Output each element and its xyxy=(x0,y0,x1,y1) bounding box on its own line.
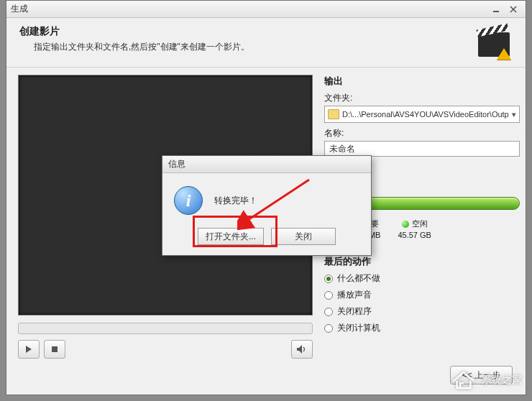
backdrop-bottom xyxy=(0,395,532,401)
play-icon xyxy=(25,346,32,353)
radio-sound-label: 播放声音 xyxy=(337,289,372,301)
svg-marker-5 xyxy=(297,345,302,354)
folder-icon xyxy=(328,109,339,119)
free-label: 空闲 xyxy=(412,218,428,229)
close-msg-button[interactable]: 关闭 xyxy=(271,228,336,245)
stop-icon xyxy=(51,346,58,353)
titlebar[interactable]: 生成 xyxy=(6,1,526,18)
seek-slider[interactable] xyxy=(18,323,313,334)
folder-path-text: D:\...\Personal\AVS4YOU\AVSVideoEditor\O… xyxy=(342,110,509,119)
minimize-button[interactable] xyxy=(488,4,504,15)
radio-shutdown[interactable]: 关闭计算机 xyxy=(324,322,520,334)
post-action-section: 最后的动作 什么都不做 播放声音 关闭程序 关闭计算机 xyxy=(324,255,520,334)
output-name-input[interactable] xyxy=(324,141,520,157)
volume-button[interactable] xyxy=(291,340,313,359)
output-section-title: 输出 xyxy=(324,75,520,88)
info-dialog: 信息 i 转换完毕！ 打开文件夹... 关闭 xyxy=(162,155,372,256)
radio-icon xyxy=(324,324,333,333)
info-message-text: 转换完毕！ xyxy=(214,195,257,207)
name-label: 名称: xyxy=(324,127,520,139)
watermark-house-icon xyxy=(451,369,476,391)
close-icon xyxy=(510,6,517,13)
chevron-down-icon: ▾ xyxy=(509,110,516,119)
output-folder-dropdown[interactable]: D:\...\Personal\AVS4YOU\AVSVideoEditor\O… xyxy=(324,106,520,123)
minimize-icon xyxy=(492,6,500,13)
folder-label: 文件夹: xyxy=(324,92,520,104)
svg-rect-0 xyxy=(493,11,499,12)
close-msg-label: 关闭 xyxy=(295,231,312,243)
post-action-title: 最后的动作 xyxy=(324,255,520,268)
info-icon: i xyxy=(174,186,203,215)
radio-shutdown-label: 关闭计算机 xyxy=(337,322,380,334)
radio-close-app-label: 关闭程序 xyxy=(337,305,372,318)
window-title: 生成 xyxy=(11,3,28,15)
header-subtitle: 指定输出文件夹和文件名,然后按"创建"来创建一个影片。 xyxy=(34,41,477,53)
dot-green-icon xyxy=(402,221,409,228)
open-folder-label: 打开文件夹... xyxy=(206,231,256,243)
info-dialog-titlebar[interactable]: 信息 xyxy=(162,156,371,173)
backdrop-right xyxy=(526,0,532,401)
radio-close-app[interactable]: 关闭程序 xyxy=(324,305,520,318)
backdrop-left xyxy=(0,0,6,401)
watermark: 系统之家 xyxy=(451,369,522,391)
radio-none[interactable]: 什么都不做 xyxy=(324,272,520,285)
free-value: 45.57 GB xyxy=(398,231,431,239)
clapperboard-icon xyxy=(477,25,513,61)
radio-icon xyxy=(324,308,333,316)
speaker-icon xyxy=(297,345,307,354)
open-folder-button[interactable]: 打开文件夹... xyxy=(198,228,264,245)
stop-button[interactable] xyxy=(44,340,65,359)
radio-icon xyxy=(324,275,333,283)
radio-sound[interactable]: 播放声音 xyxy=(324,289,520,301)
info-dialog-title: 信息 xyxy=(168,158,185,170)
radio-none-label: 什么都不做 xyxy=(337,272,380,285)
svg-rect-4 xyxy=(52,346,58,352)
play-button[interactable] xyxy=(18,340,40,359)
radio-icon xyxy=(324,291,333,300)
close-button[interactable] xyxy=(505,4,521,15)
watermark-text: 系统之家 xyxy=(482,374,522,387)
header-title: 创建影片 xyxy=(19,25,477,38)
header: 创建影片 指定输出文件夹和文件名,然后按"创建"来创建一个影片。 xyxy=(6,18,526,68)
svg-marker-3 xyxy=(26,346,32,353)
